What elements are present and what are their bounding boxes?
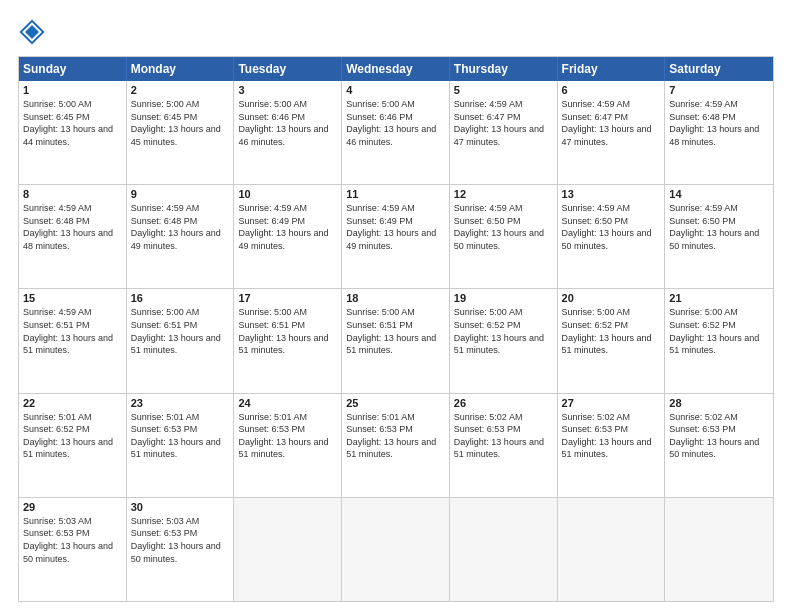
day-number: 12 [454, 188, 553, 200]
day-number: 27 [562, 397, 661, 409]
calendar-body: 1Sunrise: 5:00 AMSunset: 6:45 PMDaylight… [19, 81, 773, 601]
calendar-header-cell: Thursday [450, 57, 558, 81]
calendar-cell: 1Sunrise: 5:00 AMSunset: 6:45 PMDaylight… [19, 81, 127, 184]
calendar-cell: 12Sunrise: 4:59 AMSunset: 6:50 PMDayligh… [450, 185, 558, 288]
cell-info: Sunrise: 4:59 AMSunset: 6:50 PMDaylight:… [669, 202, 769, 252]
calendar-cell: 8Sunrise: 4:59 AMSunset: 6:48 PMDaylight… [19, 185, 127, 288]
day-number: 1 [23, 84, 122, 96]
day-number: 23 [131, 397, 230, 409]
day-number: 11 [346, 188, 445, 200]
calendar-cell: 2Sunrise: 5:00 AMSunset: 6:45 PMDaylight… [127, 81, 235, 184]
page: SundayMondayTuesdayWednesdayThursdayFrid… [0, 0, 792, 612]
calendar-cell: 11Sunrise: 4:59 AMSunset: 6:49 PMDayligh… [342, 185, 450, 288]
cell-info: Sunrise: 4:59 AMSunset: 6:47 PMDaylight:… [454, 98, 553, 148]
calendar-cell: 6Sunrise: 4:59 AMSunset: 6:47 PMDaylight… [558, 81, 666, 184]
day-number: 5 [454, 84, 553, 96]
day-number: 9 [131, 188, 230, 200]
day-number: 14 [669, 188, 769, 200]
cell-info: Sunrise: 5:02 AMSunset: 6:53 PMDaylight:… [562, 411, 661, 461]
calendar-cell: 21Sunrise: 5:00 AMSunset: 6:52 PMDayligh… [665, 289, 773, 392]
day-number: 8 [23, 188, 122, 200]
cell-info: Sunrise: 5:00 AMSunset: 6:51 PMDaylight:… [238, 306, 337, 356]
day-number: 30 [131, 501, 230, 513]
day-number: 19 [454, 292, 553, 304]
day-number: 28 [669, 397, 769, 409]
cell-info: Sunrise: 5:01 AMSunset: 6:53 PMDaylight:… [238, 411, 337, 461]
cell-info: Sunrise: 4:59 AMSunset: 6:49 PMDaylight:… [238, 202, 337, 252]
calendar-header-cell: Saturday [665, 57, 773, 81]
calendar-header-cell: Tuesday [234, 57, 342, 81]
cell-info: Sunrise: 5:01 AMSunset: 6:53 PMDaylight:… [346, 411, 445, 461]
calendar-cell: 7Sunrise: 4:59 AMSunset: 6:48 PMDaylight… [665, 81, 773, 184]
cell-info: Sunrise: 5:00 AMSunset: 6:52 PMDaylight:… [669, 306, 769, 356]
calendar-header-cell: Friday [558, 57, 666, 81]
calendar: SundayMondayTuesdayWednesdayThursdayFrid… [18, 56, 774, 602]
calendar-cell-empty [450, 498, 558, 601]
calendar-week: 15Sunrise: 4:59 AMSunset: 6:51 PMDayligh… [19, 288, 773, 392]
day-number: 24 [238, 397, 337, 409]
day-number: 10 [238, 188, 337, 200]
cell-info: Sunrise: 4:59 AMSunset: 6:50 PMDaylight:… [454, 202, 553, 252]
calendar-cell-empty [342, 498, 450, 601]
cell-info: Sunrise: 4:59 AMSunset: 6:49 PMDaylight:… [346, 202, 445, 252]
calendar-cell: 17Sunrise: 5:00 AMSunset: 6:51 PMDayligh… [234, 289, 342, 392]
calendar-cell: 13Sunrise: 4:59 AMSunset: 6:50 PMDayligh… [558, 185, 666, 288]
cell-info: Sunrise: 5:03 AMSunset: 6:53 PMDaylight:… [23, 515, 122, 565]
header [18, 18, 774, 46]
calendar-cell-empty [665, 498, 773, 601]
calendar-week: 8Sunrise: 4:59 AMSunset: 6:48 PMDaylight… [19, 184, 773, 288]
calendar-week: 22Sunrise: 5:01 AMSunset: 6:52 PMDayligh… [19, 393, 773, 497]
calendar-week: 1Sunrise: 5:00 AMSunset: 6:45 PMDaylight… [19, 81, 773, 184]
calendar-cell: 4Sunrise: 5:00 AMSunset: 6:46 PMDaylight… [342, 81, 450, 184]
calendar-header-cell: Sunday [19, 57, 127, 81]
day-number: 20 [562, 292, 661, 304]
cell-info: Sunrise: 5:00 AMSunset: 6:46 PMDaylight:… [346, 98, 445, 148]
cell-info: Sunrise: 5:00 AMSunset: 6:45 PMDaylight:… [23, 98, 122, 148]
day-number: 15 [23, 292, 122, 304]
day-number: 18 [346, 292, 445, 304]
calendar-cell: 5Sunrise: 4:59 AMSunset: 6:47 PMDaylight… [450, 81, 558, 184]
day-number: 26 [454, 397, 553, 409]
cell-info: Sunrise: 5:00 AMSunset: 6:52 PMDaylight:… [454, 306, 553, 356]
calendar-cell: 22Sunrise: 5:01 AMSunset: 6:52 PMDayligh… [19, 394, 127, 497]
day-number: 25 [346, 397, 445, 409]
cell-info: Sunrise: 5:00 AMSunset: 6:51 PMDaylight:… [346, 306, 445, 356]
calendar-cell: 28Sunrise: 5:02 AMSunset: 6:53 PMDayligh… [665, 394, 773, 497]
day-number: 6 [562, 84, 661, 96]
day-number: 7 [669, 84, 769, 96]
cell-info: Sunrise: 4:59 AMSunset: 6:50 PMDaylight:… [562, 202, 661, 252]
calendar-cell: 20Sunrise: 5:00 AMSunset: 6:52 PMDayligh… [558, 289, 666, 392]
cell-info: Sunrise: 4:59 AMSunset: 6:47 PMDaylight:… [562, 98, 661, 148]
cell-info: Sunrise: 5:00 AMSunset: 6:45 PMDaylight:… [131, 98, 230, 148]
day-number: 17 [238, 292, 337, 304]
cell-info: Sunrise: 5:01 AMSunset: 6:52 PMDaylight:… [23, 411, 122, 461]
cell-info: Sunrise: 5:00 AMSunset: 6:51 PMDaylight:… [131, 306, 230, 356]
calendar-header-cell: Monday [127, 57, 235, 81]
day-number: 3 [238, 84, 337, 96]
calendar-cell: 10Sunrise: 4:59 AMSunset: 6:49 PMDayligh… [234, 185, 342, 288]
calendar-cell: 19Sunrise: 5:00 AMSunset: 6:52 PMDayligh… [450, 289, 558, 392]
cell-info: Sunrise: 5:00 AMSunset: 6:46 PMDaylight:… [238, 98, 337, 148]
calendar-cell: 16Sunrise: 5:00 AMSunset: 6:51 PMDayligh… [127, 289, 235, 392]
logo-icon [18, 18, 46, 46]
cell-info: Sunrise: 4:59 AMSunset: 6:51 PMDaylight:… [23, 306, 122, 356]
calendar-cell: 23Sunrise: 5:01 AMSunset: 6:53 PMDayligh… [127, 394, 235, 497]
cell-info: Sunrise: 5:03 AMSunset: 6:53 PMDaylight:… [131, 515, 230, 565]
cell-info: Sunrise: 5:02 AMSunset: 6:53 PMDaylight:… [454, 411, 553, 461]
calendar-cell: 14Sunrise: 4:59 AMSunset: 6:50 PMDayligh… [665, 185, 773, 288]
cell-info: Sunrise: 4:59 AMSunset: 6:48 PMDaylight:… [23, 202, 122, 252]
calendar-cell: 26Sunrise: 5:02 AMSunset: 6:53 PMDayligh… [450, 394, 558, 497]
calendar-cell: 15Sunrise: 4:59 AMSunset: 6:51 PMDayligh… [19, 289, 127, 392]
day-number: 2 [131, 84, 230, 96]
day-number: 16 [131, 292, 230, 304]
calendar-cell: 18Sunrise: 5:00 AMSunset: 6:51 PMDayligh… [342, 289, 450, 392]
calendar-cell: 30Sunrise: 5:03 AMSunset: 6:53 PMDayligh… [127, 498, 235, 601]
day-number: 21 [669, 292, 769, 304]
calendar-cell: 24Sunrise: 5:01 AMSunset: 6:53 PMDayligh… [234, 394, 342, 497]
day-number: 29 [23, 501, 122, 513]
calendar-header: SundayMondayTuesdayWednesdayThursdayFrid… [19, 57, 773, 81]
calendar-cell-empty [558, 498, 666, 601]
calendar-week: 29Sunrise: 5:03 AMSunset: 6:53 PMDayligh… [19, 497, 773, 601]
logo [18, 18, 50, 46]
calendar-header-cell: Wednesday [342, 57, 450, 81]
